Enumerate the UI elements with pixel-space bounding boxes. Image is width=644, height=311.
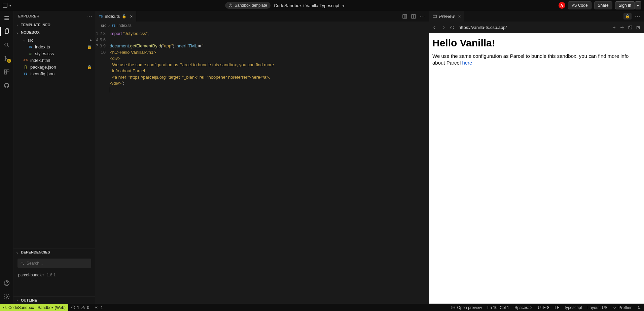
bell-icon[interactable] <box>634 304 644 311</box>
broadcast-icon <box>95 305 99 310</box>
lock-icon[interactable]: 🔒 <box>623 13 632 20</box>
add-icon[interactable] <box>612 25 616 30</box>
github-icon[interactable] <box>3 82 10 89</box>
breadcrumb[interactable]: CodeSandbox/Vanilla Typescript ▾ <box>274 3 344 8</box>
typescript-icon: TS <box>28 45 33 48</box>
prettier-indicator[interactable]: Prettier <box>610 304 634 311</box>
more-icon[interactable]: ··· <box>635 14 641 19</box>
more-icon[interactable]: ··· <box>87 14 93 18</box>
file-index-ts[interactable]: TSindex.ts🔒 <box>13 43 95 50</box>
signin-chevron-button[interactable]: ▾ <box>635 1 641 9</box>
file-package-json[interactable]: {}package.json🔒 <box>13 64 95 70</box>
forward-icon[interactable] <box>441 25 446 30</box>
section-dependencies[interactable]: ⌄DEPENDENCIES <box>13 248 95 256</box>
reload-icon[interactable] <box>450 25 455 30</box>
lock-icon: 🔒 <box>87 45 92 49</box>
svg-rect-1 <box>4 70 6 72</box>
code-editor[interactable]: 1 2 3 4 5 6 7 8 9 10 import "./styles.cs… <box>96 29 429 304</box>
encoding-indicator[interactable]: UTF-8 <box>535 304 552 311</box>
preview-icon <box>432 14 437 19</box>
close-icon[interactable]: × <box>130 14 133 19</box>
search-icon <box>20 261 25 266</box>
language-indicator[interactable]: typescript <box>562 304 585 311</box>
open-preview-button[interactable]: Open preview <box>448 304 485 311</box>
extensions-icon[interactable] <box>3 68 10 76</box>
activity-bar: 1 <box>0 11 13 304</box>
sandbox-template-pill[interactable]: Sandbox template <box>225 2 271 9</box>
lock-icon: 🔒 <box>87 65 92 69</box>
preview-panel: Preview × 🔒 ··· https://vanilla-ts.csb.a… <box>429 11 644 304</box>
file-index-html[interactable]: <>index.html <box>13 57 95 64</box>
broadcast-icon <box>451 305 455 310</box>
typescript-icon: TS <box>23 72 28 75</box>
account-icon[interactable] <box>3 279 10 287</box>
remote-indicator[interactable]: CodeSandbox - Sandbox (Web) <box>0 304 68 311</box>
json-icon: {} <box>23 65 28 69</box>
sidebar-title: EXPLORER ··· <box>13 11 95 21</box>
explorer-icon[interactable] <box>3 28 10 35</box>
layout-indicator[interactable]: Layout: US <box>585 304 610 311</box>
tab-preview[interactable]: Preview × <box>429 11 464 22</box>
section-nodebox[interactable]: ⌄NODEBOX <box>13 29 95 36</box>
more-icon[interactable]: ··· <box>420 14 425 19</box>
signin-button[interactable]: Sign In <box>615 1 635 9</box>
chevron-down-icon[interactable]: ▾ <box>343 4 344 8</box>
statusbar: CodeSandbox - Sandbox (Web) 1 0 1 Open p… <box>0 304 644 311</box>
preview-url[interactable]: https://vanilla-ts.csb.app/ <box>459 25 608 30</box>
source-control-icon[interactable]: 1 <box>3 55 10 62</box>
preview-urlbar: https://vanilla-ts.csb.app/ <box>429 22 644 33</box>
check-icon <box>613 306 617 310</box>
error-icon <box>71 305 75 310</box>
file-tree: ⌄src● TSindex.ts🔒 #styles.css <>index.ht… <box>13 36 95 78</box>
modified-dot-icon: ● <box>90 38 92 42</box>
indent-indicator[interactable]: Spaces: 2 <box>512 304 535 311</box>
menu-icon[interactable] <box>3 14 10 22</box>
svg-point-12 <box>621 27 623 28</box>
svg-point-17 <box>453 307 454 308</box>
preview-heading: Hello Vanilla! <box>432 37 641 49</box>
svg-point-6 <box>6 296 7 298</box>
close-icon[interactable]: × <box>458 14 461 19</box>
tab-index-ts[interactable]: TS index.ts 🔒 × <box>96 11 137 22</box>
dependency-search[interactable] <box>17 259 91 268</box>
svg-point-5 <box>6 281 7 283</box>
avatar[interactable]: A <box>559 2 565 9</box>
share-button[interactable]: Share <box>594 1 612 9</box>
svg-rect-9 <box>405 14 407 18</box>
vscode-button[interactable]: VS Code <box>568 1 592 9</box>
open-window-icon[interactable] <box>628 25 633 30</box>
typescript-icon: TS <box>112 24 116 27</box>
box-icon <box>228 3 232 7</box>
source-control-badge: 1 <box>7 59 11 63</box>
folder-src[interactable]: ⌄src● <box>13 37 95 43</box>
preview-link[interactable]: here <box>462 60 472 66</box>
section-outline[interactable]: ›OUTLINE <box>13 296 95 304</box>
code-lines[interactable]: import "./styles.css"; document.getEleme… <box>110 29 429 304</box>
section-template-info[interactable]: ›TEMPLATE INFO <box>13 21 95 29</box>
dependency-row[interactable]: parcel-bundler1.6.1 <box>13 271 95 279</box>
file-styles-css[interactable]: #styles.css <box>13 50 95 57</box>
back-icon[interactable] <box>432 25 437 30</box>
titlebar: ▾ Sandbox template CodeSandbox/Vanilla T… <box>0 0 644 11</box>
svg-point-0 <box>5 43 8 46</box>
cursor-position[interactable]: Ln 10, Col 1 <box>485 304 512 311</box>
file-tsconfig-json[interactable]: TStsconfig.json <box>13 70 95 77</box>
dependency-search-input[interactable] <box>27 261 88 266</box>
problems-indicator[interactable]: 1 0 <box>68 304 92 311</box>
layout-icon[interactable] <box>3 3 7 8</box>
eol-indicator[interactable]: LF <box>552 304 562 311</box>
svg-rect-11 <box>433 15 437 17</box>
svg-point-16 <box>97 307 97 308</box>
typescript-icon: TS <box>99 15 103 18</box>
ports-indicator[interactable]: 1 <box>92 304 106 311</box>
sidebar: EXPLORER ··· ›TEMPLATE INFO ⌄NODEBOX ⌄sr… <box>13 11 96 304</box>
external-icon[interactable] <box>636 25 641 30</box>
split-icon[interactable] <box>411 14 416 19</box>
split-right-icon[interactable] <box>402 14 407 19</box>
target-icon[interactable] <box>620 25 624 30</box>
remote-icon <box>3 306 7 310</box>
editor-breadcrumb[interactable]: src› TS index.ts <box>96 22 429 29</box>
search-icon[interactable] <box>3 41 10 49</box>
settings-icon[interactable] <box>3 293 10 300</box>
editor-area: TS index.ts 🔒 × ··· src› TS index.ts 1 2… <box>96 11 429 304</box>
